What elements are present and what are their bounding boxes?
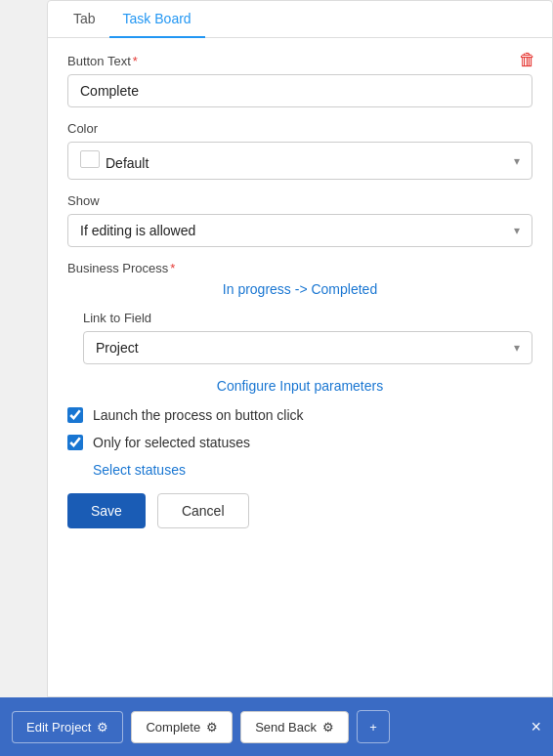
business-process-label: Business Process*	[67, 261, 532, 275]
button-text-label: Button Text*	[67, 54, 532, 68]
gear-icon-sendback: ⚙	[322, 720, 334, 735]
complete-button[interactable]: Complete ⚙	[131, 711, 233, 743]
chevron-down-icon: ▾	[514, 341, 520, 355]
gear-icon-complete: ⚙	[206, 720, 218, 735]
tab-bar: Tab Task Board	[48, 1, 552, 38]
link-to-field-select[interactable]: Project ▾	[83, 331, 532, 364]
selected-statuses-checkbox[interactable]	[67, 435, 83, 450]
launch-process-checkbox[interactable]	[67, 407, 83, 423]
button-text-input[interactable]	[67, 74, 532, 107]
save-button[interactable]: Save	[67, 493, 146, 528]
launch-process-label: Launch the process on button click	[93, 407, 304, 423]
tab-tab[interactable]: Tab	[60, 1, 109, 38]
link-to-field-label: Link to Field	[83, 311, 532, 325]
panel-content: 🗑 Button Text* Color Default ▾ Show I	[48, 38, 552, 696]
config-panel: Tab Task Board 🗑 Button Text* Color Defa…	[47, 0, 553, 697]
select-statuses-link[interactable]: Select statuses	[93, 462, 532, 478]
selected-statuses-checkbox-group: Only for selected statuses	[67, 435, 532, 450]
show-field: Show If editing is allowed ▾	[67, 193, 532, 247]
color-field: Color Default ▾	[67, 121, 532, 180]
chevron-down-icon: ▾	[514, 224, 520, 237]
show-select-wrapper: If editing is allowed ▾	[67, 214, 532, 247]
bottom-bar: Edit Project ⚙ Complete ⚙ Send Back ⚙ + …	[0, 697, 553, 756]
color-select[interactable]: Default ▾	[67, 142, 532, 180]
action-buttons: Save Cancel	[67, 493, 532, 528]
send-back-button[interactable]: Send Back ⚙	[240, 711, 349, 743]
add-icon: +	[369, 720, 377, 735]
edit-project-label: Edit Project	[26, 720, 91, 735]
show-select[interactable]: If editing is allowed ▾	[67, 214, 532, 247]
chevron-down-icon: ▾	[514, 154, 520, 168]
send-back-label: Send Back	[255, 720, 317, 735]
color-swatch	[80, 150, 100, 168]
edit-project-button[interactable]: Edit Project ⚙	[12, 711, 123, 743]
cancel-button[interactable]: Cancel	[157, 493, 249, 528]
color-label: Color	[67, 121, 532, 136]
launch-process-checkbox-group: Launch the process on button click	[67, 407, 532, 423]
business-process-field: Business Process* In progress -> Complet…	[67, 261, 532, 297]
show-label: Show	[67, 193, 532, 208]
gear-icon: ⚙	[97, 720, 108, 735]
business-process-value[interactable]: In progress -> Completed	[67, 281, 532, 297]
close-icon: ×	[531, 717, 541, 736]
selected-statuses-label: Only for selected statuses	[93, 435, 250, 450]
delete-icon[interactable]: 🗑	[519, 50, 536, 70]
tab-task-board[interactable]: Task Board	[109, 1, 205, 38]
add-button[interactable]: +	[357, 710, 390, 743]
button-text-field: Button Text*	[67, 54, 532, 107]
link-to-field-group: Link to Field Project ▾	[83, 311, 532, 364]
close-button[interactable]: ×	[531, 717, 541, 737]
complete-label: Complete	[146, 720, 200, 735]
configure-link[interactable]: Configure Input parameters	[67, 378, 532, 394]
color-select-wrapper: Default ▾	[67, 142, 532, 180]
link-to-field-select-wrapper: Project ▾	[83, 331, 532, 364]
